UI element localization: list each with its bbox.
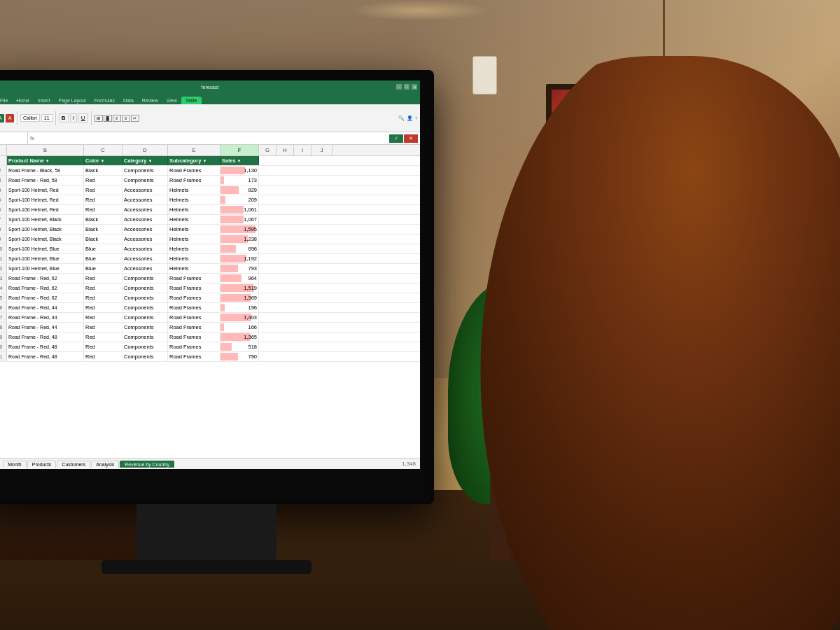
cell-color-17[interactable]: Red — [84, 332, 122, 342]
toolbar-icon-1[interactable]: A — [0, 114, 4, 122]
cell-category-14[interactable]: Components — [122, 303, 168, 312]
cell-category-3[interactable]: Accessories — [122, 195, 168, 204]
cell-subcategory-0[interactable]: Road Frames — [168, 166, 220, 175]
header-sales[interactable]: Sales ▼ — [220, 156, 259, 165]
header-product-name[interactable]: Product Name ▼ — [7, 156, 84, 165]
minimize-button[interactable]: – — [396, 84, 402, 90]
maximize-button[interactable]: □ — [404, 84, 410, 90]
cell-subcategory-8[interactable]: Helmets — [168, 244, 220, 253]
cell-product-18[interactable]: Road Frame - Red, 48 — [7, 342, 84, 351]
cell-sales-0[interactable]: 1,130 — [220, 166, 259, 175]
cell-product-2[interactable]: Sport-100 Helmet, Red — [7, 186, 84, 195]
cell-color-1[interactable]: Red — [84, 176, 122, 185]
cell-subcategory-5[interactable]: Helmets — [168, 215, 220, 224]
cell-subcategory-18[interactable]: Road Frames — [168, 342, 220, 351]
confirm-formula-button[interactable]: ✓ — [389, 134, 403, 143]
cell-sales-18[interactable]: 518 — [220, 342, 259, 351]
cell-category-8[interactable]: Accessories — [122, 244, 168, 253]
align-center-icon[interactable]: ≡ — [122, 115, 130, 122]
cell-subcategory-4[interactable]: Helmets — [168, 205, 220, 214]
fill-icon[interactable]: ▓ — [104, 115, 112, 122]
col-header-D[interactable]: D — [122, 145, 168, 155]
col-header-J[interactable]: J — [312, 145, 332, 155]
cell-product-5[interactable]: Sport-100 Helmet, Black — [7, 215, 84, 224]
cell-sales-5[interactable]: 1,067 — [220, 215, 259, 224]
table-row[interactable]: 5 Sport-100 Helmet, Red Red Accessories … — [0, 195, 420, 205]
align-left-icon[interactable]: ≡ — [113, 115, 121, 122]
cell-category-2[interactable]: Accessories — [122, 186, 168, 195]
cell-category-19[interactable]: Components — [122, 352, 168, 361]
cell-category-15[interactable]: Components — [122, 313, 168, 322]
table-row[interactable]: 10 Sport-100 Helmet, Blue Blue Accessori… — [0, 244, 420, 254]
cell-color-14[interactable]: Red — [84, 303, 122, 312]
cell-color-6[interactable]: Black — [84, 225, 122, 234]
cell-color-16[interactable]: Red — [84, 323, 122, 332]
cell-product-3[interactable]: Sport-100 Helmet, Red — [7, 195, 84, 204]
cell-category-18[interactable]: Components — [122, 342, 168, 351]
cell-subcategory-3[interactable]: Helmets — [168, 195, 220, 204]
header-color[interactable]: Color ▼ — [84, 156, 122, 165]
cell-subcategory-9[interactable]: Helmets — [168, 254, 220, 263]
excel-spreadsheet[interactable]: forecast – □ ✕ File Home Insert Page Lay… — [0, 80, 420, 469]
cell-color-5[interactable]: Black — [84, 215, 122, 224]
cell-sales-13[interactable]: 1,369 — [220, 293, 259, 302]
cell-subcategory-11[interactable]: Road Frames — [168, 274, 220, 283]
cell-sales-2[interactable]: 829 — [220, 186, 259, 195]
cell-subcategory-1[interactable]: Road Frames — [168, 176, 220, 185]
cell-subcategory-19[interactable]: Road Frames — [168, 352, 220, 361]
table-row[interactable]: 13 Road Frame - Red, 62 Red Components R… — [0, 274, 420, 284]
table-row[interactable]: 9 Sport-100 Helmet, Black Black Accessor… — [0, 234, 420, 244]
cell-sales-19[interactable]: 790 — [220, 352, 259, 361]
font-size[interactable]: 11 — [41, 114, 52, 122]
cell-category-5[interactable]: Accessories — [122, 215, 168, 224]
cell-category-16[interactable]: Components — [122, 323, 168, 332]
tab-file[interactable]: File — [0, 97, 12, 104]
cell-subcategory-15[interactable]: Road Frames — [168, 313, 220, 322]
cell-color-4[interactable]: Red — [84, 205, 122, 214]
cell-category-12[interactable]: Components — [122, 284, 168, 293]
table-row[interactable]: 11 Sport-100 Helmet, Blue Blue Accessori… — [0, 254, 420, 264]
tab-data[interactable]: Data — [119, 97, 138, 104]
cell-subcategory-17[interactable]: Road Frames — [168, 332, 220, 342]
cell-subcategory-13[interactable]: Road Frames — [168, 293, 220, 302]
col-header-B[interactable]: B — [7, 145, 84, 155]
cell-color-19[interactable]: Red — [84, 352, 122, 361]
tab-formulas[interactable]: Formulas — [90, 97, 119, 104]
cell-sales-12[interactable]: 1,519 — [220, 284, 259, 293]
cell-color-8[interactable]: Blue — [84, 244, 122, 253]
cell-reference-box[interactable]: F — [0, 132, 28, 144]
table-row[interactable]: 16 Road Frame - Red, 44 Red Components R… — [0, 303, 420, 313]
cell-sales-16[interactable]: 166 — [220, 323, 259, 332]
cell-color-3[interactable]: Red — [84, 195, 122, 204]
cell-product-14[interactable]: Road Frame - Red, 44 — [7, 303, 84, 312]
toolbar-icon-2[interactable]: A — [6, 114, 14, 122]
sheet-tab-products[interactable]: Products — [27, 461, 57, 468]
table-row[interactable]: 14 Road Frame - Red, 62 Red Components R… — [0, 284, 420, 293]
cell-category-6[interactable]: Accessories — [122, 225, 168, 234]
search-icon[interactable]: 🔍 — [398, 115, 405, 121]
cell-category-7[interactable]: Accessories — [122, 234, 168, 244]
cell-color-12[interactable]: Red — [84, 284, 122, 293]
cell-category-11[interactable]: Components — [122, 274, 168, 283]
cell-sales-10[interactable]: 793 — [220, 264, 259, 273]
cell-color-9[interactable]: Blue — [84, 254, 122, 263]
cell-sales-15[interactable]: 1,403 — [220, 313, 259, 322]
col-header-G[interactable]: G — [259, 145, 276, 155]
cell-sales-7[interactable]: 1,238 — [220, 234, 259, 244]
table-row[interactable]: 18 Road Frame - Red, 44 Red Components R… — [0, 323, 420, 332]
table-row[interactable]: 6 Sport-100 Helmet, Red Red Accessories … — [0, 205, 420, 215]
cell-category-0[interactable]: Components — [122, 166, 168, 175]
cell-sales-11[interactable]: 964 — [220, 274, 259, 283]
formula-function-button[interactable]: fx — [28, 135, 36, 141]
cell-category-13[interactable]: Components — [122, 293, 168, 302]
cell-product-6[interactable]: Sport-100 Helmet, Black — [7, 225, 84, 234]
table-row[interactable]: 3 Road Frame - Red, 58 Red Components Ro… — [0, 176, 420, 186]
cell-subcategory-2[interactable]: Helmets — [168, 186, 220, 195]
cell-sales-3[interactable]: 209 — [220, 195, 259, 204]
cell-color-7[interactable]: Black — [84, 234, 122, 244]
border-icon[interactable]: ⊞ — [94, 115, 103, 122]
cell-product-19[interactable]: Road Frame - Red, 48 — [7, 352, 84, 361]
cell-product-13[interactable]: Road Frame - Red, 62 — [7, 293, 84, 302]
table-row[interactable]: 8 Sport-100 Helmet, Black Black Accessor… — [0, 225, 420, 234]
share-icon[interactable]: ↑ — [415, 115, 418, 120]
